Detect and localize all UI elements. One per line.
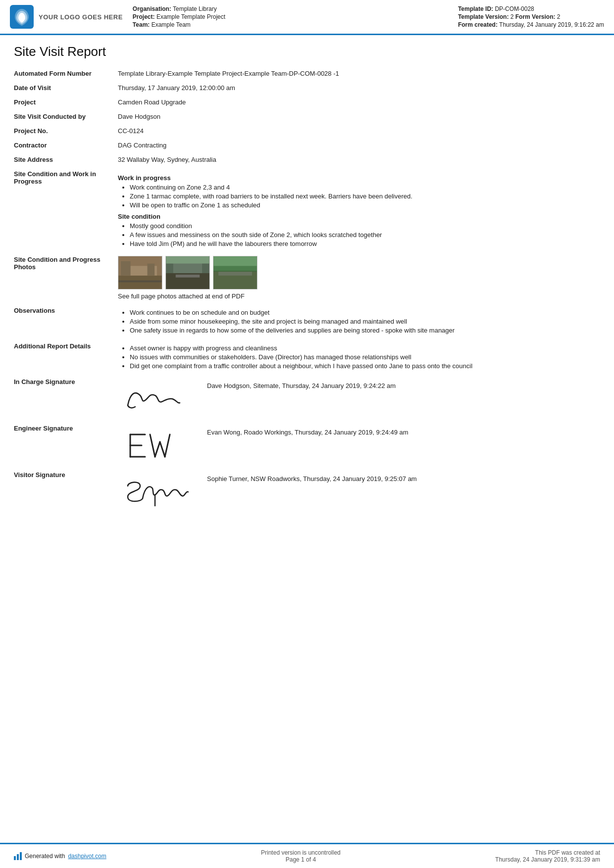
row-date-of-visit: Date of Visit Thursday, 17 January 2019,… — [14, 81, 600, 95]
project-line: Project: Example Template Project — [133, 13, 448, 20]
value-in-charge-sig: Dave Hodgson, Sitemate, Thursday, 24 Jan… — [118, 375, 600, 421]
svg-line-21 — [150, 434, 155, 457]
spacer — [0, 678, 614, 843]
svg-rect-11 — [176, 275, 200, 278]
row-visitor-sig: Visitor Signature — [14, 468, 600, 514]
work-bullet-2: Zone 1 tarmac complete, with road barrie… — [130, 193, 595, 200]
value-photos: See full page photos attached at end of … — [118, 252, 600, 303]
row-additional: Additional Report Details Asset owner is… — [14, 339, 600, 375]
team-line: Team: Example Team — [133, 21, 448, 28]
label-site-address: Site Address — [14, 152, 118, 167]
site-condition-bullet-3: Have told Jim (PM) and he will have the … — [130, 240, 595, 247]
observations-bullets-list: Work continues to be on schedule and on … — [130, 309, 595, 334]
work-bullets-list: Work continuing on Zone 2,3 and 4 Zone 1… — [130, 184, 595, 209]
footer-created-date: Thursday, 24 January 2019, 9:31:39 am — [495, 856, 600, 863]
site-condition-bullet-1: Mostly good condition — [130, 222, 595, 230]
footer-page: Page 1 of 4 — [261, 856, 341, 863]
row-site-address: Site Address 32 Wallaby Way, Sydney, Aus… — [14, 152, 600, 167]
engineer-signature-section: Evan Wong, Roado Workings, Thursday, 24 … — [118, 425, 595, 464]
add-bullet-1: Asset owner is happy with progress and c… — [130, 344, 595, 352]
label-engineer-sig: Engineer Signature — [14, 421, 118, 468]
value-site-condition: Work in progress Work continuing on Zone… — [118, 167, 600, 252]
page: YOUR LOGO GOES HERE Organisation: Templa… — [0, 0, 614, 868]
svg-line-22 — [155, 442, 160, 457]
report-title: Site Visit Report — [14, 44, 600, 59]
svg-rect-10 — [166, 256, 209, 264]
header-meta: Organisation: Template Library Project: … — [133, 5, 448, 29]
engineer-signature-text: Evan Wong, Roado Workings, Thursday, 24 … — [207, 425, 409, 436]
work-in-progress-heading: Work in progress — [118, 174, 595, 182]
add-bullet-2: No issues with communities or stakeholde… — [130, 353, 595, 361]
value-project: Camden Road Upgrade — [118, 95, 600, 109]
row-photos: Site Condition and Progress Photos — [14, 252, 600, 303]
site-condition-heading: Site condition — [118, 213, 595, 220]
photo-thumb-2 — [165, 256, 210, 289]
label-additional: Additional Report Details — [14, 339, 118, 375]
row-site-visit: Site Visit Conducted by Dave Hodgson — [14, 109, 600, 124]
photo-thumb-1 — [118, 256, 162, 289]
value-automated-form-number: Template Library-Example Template Projec… — [118, 66, 600, 81]
footer-left: Generated with dashpivot.com — [14, 852, 106, 860]
logo-icon — [10, 5, 34, 29]
engineer-signature-img — [118, 425, 197, 464]
footer-right: This PDF was created at Thursday, 24 Jan… — [495, 849, 600, 863]
template-id-line: Template ID: DP-COM-0028 — [458, 5, 604, 12]
photos-row — [118, 256, 595, 289]
svg-rect-6 — [148, 264, 155, 276]
value-site-address: 32 Wallaby Way, Sydney, Australia — [118, 152, 600, 167]
work-bullet-3: Will be open to traffic on Zone 1 as sch… — [130, 201, 595, 209]
value-contractor: DAG Contracting — [118, 138, 600, 152]
header-right: Template ID: DP-COM-0028 Template Versio… — [458, 5, 604, 29]
dashpivot-icon — [14, 852, 22, 860]
footer-generated-text: Generated with — [25, 853, 65, 860]
header: YOUR LOGO GOES HERE Organisation: Templa… — [0, 0, 614, 35]
svg-rect-16 — [213, 266, 256, 272]
value-engineer-sig: Evan Wong, Roado Workings, Thursday, 24 … — [118, 421, 600, 468]
visitor-signature-text: Sophie Turner, NSW Roadworks, Thursday, … — [207, 471, 417, 482]
footer-uncontrolled: Printed version is uncontrolled — [261, 849, 341, 856]
label-observations: Observations — [14, 303, 118, 339]
additional-bullets-list: Asset owner is happy with progress and c… — [130, 344, 595, 370]
site-condition-bullet-2: A few issues and messiness on the south … — [130, 231, 595, 239]
svg-line-23 — [160, 442, 165, 457]
label-date-of-visit: Date of Visit — [14, 81, 118, 95]
row-project: Project Camden Road Upgrade — [14, 95, 600, 109]
in-charge-signature-text: Dave Hodgson, Sitemate, Thursday, 24 Jan… — [207, 378, 396, 389]
row-observations: Observations Work continues to be on sch… — [14, 303, 600, 339]
add-bullet-3: Did get one complaint from a traffic con… — [130, 362, 595, 370]
form-table: Automated Form Number Template Library-E… — [14, 66, 600, 514]
form-created-line: Form created: Thursday, 24 January 2019,… — [458, 21, 604, 28]
in-charge-signature-img — [118, 378, 197, 418]
row-contractor: Contractor DAG Contracting — [14, 138, 600, 152]
label-project: Project — [14, 95, 118, 109]
value-observations: Work continues to be on schedule and on … — [118, 303, 600, 339]
footer-link[interactable]: dashpivot.com — [68, 853, 106, 860]
row-project-no: Project No. CC-0124 — [14, 124, 600, 138]
label-site-condition: Site Condition and Work in Progress — [14, 167, 118, 252]
work-bullet-1: Work continuing on Zone 2,3 and 4 — [130, 184, 595, 191]
label-contractor: Contractor — [14, 138, 118, 152]
row-site-condition: Site Condition and Work in Progress Work… — [14, 167, 600, 252]
version-line: Template Version: 2 Form Version: 2 — [458, 13, 604, 20]
value-project-no: CC-0124 — [118, 124, 600, 138]
photos-caption: See full page photos attached at end of … — [118, 292, 595, 300]
main-content: Site Visit Report Automated Form Number … — [0, 35, 614, 678]
label-photos: Site Condition and Progress Photos — [14, 252, 118, 303]
row-engineer-sig: Engineer Signature — [14, 421, 600, 468]
in-charge-signature-section: Dave Hodgson, Sitemate, Thursday, 24 Jan… — [118, 378, 595, 418]
row-in-charge-sig: In Charge Signature Dave Hodgson, Sitema… — [14, 375, 600, 421]
row-automated-form-number: Automated Form Number Template Library-E… — [14, 66, 600, 81]
label-site-visit: Site Visit Conducted by — [14, 109, 118, 124]
footer: Generated with dashpivot.com Printed ver… — [0, 843, 614, 868]
visitor-signature-section: Sophie Turner, NSW Roadworks, Thursday, … — [118, 471, 595, 511]
value-additional: Asset owner is happy with progress and c… — [118, 339, 600, 375]
photo-thumb-3 — [213, 256, 257, 289]
obs-bullet-3: One safety issue in regards to how some … — [130, 327, 595, 334]
value-date-of-visit: Thursday, 17 January 2019, 12:00:00 am — [118, 81, 600, 95]
site-condition-bullets-list: Mostly good condition A few issues and m… — [130, 222, 595, 247]
label-automated-form-number: Automated Form Number — [14, 66, 118, 81]
obs-bullet-2: Aside from some minor housekeeping, the … — [130, 318, 595, 325]
logo-text: YOUR LOGO GOES HERE — [39, 13, 123, 21]
footer-center: Printed version is uncontrolled Page 1 o… — [261, 849, 341, 863]
org-line: Organisation: Template Library — [133, 5, 448, 12]
